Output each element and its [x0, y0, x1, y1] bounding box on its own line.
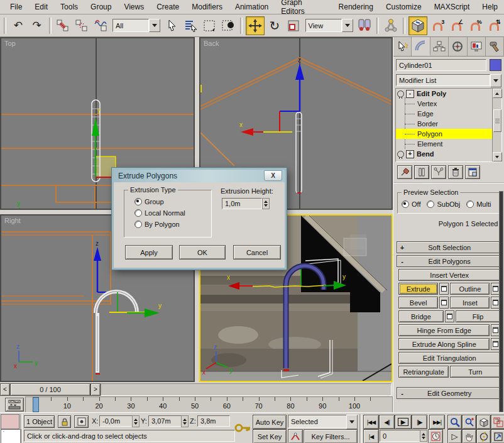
track-bar-ruler[interactable]: 0102030405060708090100: [25, 397, 393, 413]
frame-spinner[interactable]: [420, 430, 427, 442]
bridge-button[interactable]: Bridge: [398, 310, 444, 322]
menu-modifiers[interactable]: Modifiers: [185, 1, 229, 13]
modifier-stack-item-bend[interactable]: +Bend: [396, 149, 492, 159]
preview-off-radio[interactable]: Off: [402, 200, 420, 208]
command-panel-scrollbar[interactable]: [499, 191, 503, 412]
maximize-viewport-toggle-icon[interactable]: [491, 429, 504, 443]
menu-help[interactable]: Help: [476, 1, 504, 13]
retriangulate-button[interactable]: Retriangulate: [398, 366, 449, 378]
remove-modifier-icon[interactable]: [448, 165, 463, 179]
select-and-move-icon[interactable]: [246, 16, 265, 35]
object-color-swatch[interactable]: [490, 59, 501, 71]
go-to-end-button[interactable]: ▶▶|: [429, 415, 445, 429]
select-by-name-icon[interactable]: [182, 17, 200, 35]
next-frame-button[interactable]: ||▶: [412, 415, 427, 429]
tab-utilities[interactable]: [486, 37, 504, 56]
use-pivot-point-center-icon[interactable]: [356, 17, 374, 35]
time-slider-track[interactable]: [101, 383, 392, 396]
viewport-right-label[interactable]: Right: [4, 217, 21, 224]
bevel-button[interactable]: Bevel: [398, 297, 438, 309]
snap-3d-icon[interactable]: 3: [429, 17, 446, 35]
angle-snap-toggle-icon[interactable]: ∠: [447, 17, 465, 35]
object-name-field[interactable]: Cylinder01: [396, 59, 486, 71]
previous-frame-button[interactable]: ◀||: [379, 415, 395, 429]
x-coordinate-field[interactable]: -0,0m: [99, 415, 134, 427]
undo-button[interactable]: ↶: [9, 17, 27, 35]
modifier-list-dropdown[interactable]: Modifier List: [396, 74, 501, 86]
play-animation-button[interactable]: ▶: [395, 415, 412, 429]
show-end-result-icon[interactable]: [414, 165, 429, 179]
modifier-stack-item-element[interactable]: Element: [396, 139, 492, 149]
expand-toggle-icon[interactable]: +: [406, 150, 414, 158]
menu-group[interactable]: Group: [84, 1, 118, 13]
flip-button[interactable]: Flip: [456, 310, 501, 322]
rollout-soft-selection[interactable]: + Soft Selection: [397, 241, 501, 253]
select-and-link-icon[interactable]: [55, 17, 72, 35]
selection-lock-toggle-icon[interactable]: [58, 415, 71, 428]
pan-view-icon[interactable]: [462, 429, 476, 443]
z-coordinate-field[interactable]: 3,8m: [197, 415, 230, 427]
reference-coordinate-dropdown[interactable]: View: [305, 19, 353, 32]
cancel-button[interactable]: Cancel: [233, 245, 281, 260]
unlink-selection-icon[interactable]: [73, 17, 90, 35]
spinner-snap-toggle-icon[interactable]: ⇅: [485, 17, 502, 35]
set-key-button[interactable]: Set Key: [253, 429, 287, 443]
extrusion-type-local-normal-radio[interactable]: Local Normal: [134, 209, 205, 217]
percent-snap-toggle-icon[interactable]: %: [466, 17, 483, 35]
menu-customize[interactable]: Customize: [380, 1, 428, 13]
scroll-thumb[interactable]: [493, 109, 501, 132]
chevron-down-icon[interactable]: [490, 74, 501, 87]
visibility-bulb-icon[interactable]: [397, 151, 404, 158]
viewport-top-label[interactable]: Top: [4, 40, 16, 47]
key-filters-button[interactable]: Key Filters...: [304, 429, 358, 443]
extrusion-type-group-radio[interactable]: Group: [134, 198, 205, 205]
current-frame-field[interactable]: 0: [380, 430, 422, 442]
tab-motion[interactable]: [449, 37, 467, 56]
zoom-extents-all-icon[interactable]: [491, 415, 504, 429]
hinge-from-edge-button[interactable]: Hinge From Edge: [398, 324, 490, 336]
keyboard-shortcut-override-icon[interactable]: [234, 419, 251, 438]
chevron-down-icon[interactable]: [342, 19, 353, 32]
track-bar-frame-thumb[interactable]: [33, 397, 39, 412]
zoom-all-icon[interactable]: [462, 415, 476, 429]
select-and-manipulate-icon[interactable]: [382, 17, 400, 35]
visibility-bulb-icon[interactable]: [397, 90, 404, 97]
chevron-down-icon[interactable]: [149, 19, 160, 32]
zoom-icon[interactable]: [447, 415, 462, 429]
auto-key-button[interactable]: Auto Key: [253, 415, 287, 429]
insert-vertex-button[interactable]: Insert Vertex: [398, 269, 500, 281]
tab-display[interactable]: [468, 37, 486, 56]
extrusion-height-field[interactable]: 1,0m: [222, 198, 262, 209]
rollout-edit-polygons[interactable]: - Edit Polygons: [397, 255, 501, 267]
y-spinner[interactable]: [181, 415, 189, 427]
menu-rendering[interactable]: Rendering: [332, 1, 380, 13]
modifier-stack-item-border[interactable]: Border: [396, 119, 492, 129]
menu-tools[interactable]: Tools: [54, 1, 84, 13]
preview-multi-radio[interactable]: Multi: [466, 200, 491, 208]
menu-file[interactable]: File: [4, 1, 28, 13]
inset-button[interactable]: Inset: [450, 297, 490, 309]
new-key-default-in-out-tangents-icon[interactable]: [288, 429, 303, 443]
menu-animation[interactable]: Animation: [229, 1, 275, 13]
extrude-along-spline-button[interactable]: Extrude Along Spline: [398, 338, 490, 350]
tab-create[interactable]: [393, 37, 412, 56]
settings-dialog-icon[interactable]: [439, 297, 449, 309]
modifier-stack-item-edit-poly[interactable]: -Edit Poly: [396, 89, 492, 99]
modifier-stack-item-vertex[interactable]: Vertex: [396, 99, 492, 109]
modifier-stack-item-edge[interactable]: Edge: [396, 109, 492, 119]
expand-toggle-icon[interactable]: -: [406, 90, 414, 98]
settings-dialog-icon[interactable]: [439, 283, 449, 295]
select-and-scale-icon[interactable]: [285, 17, 302, 35]
dialog-title-bar[interactable]: Extrude Polygons X: [114, 170, 285, 182]
modifier-stack-item-polygon[interactable]: Polygon: [396, 129, 492, 139]
absolute-offset-mode-icon[interactable]: [74, 415, 89, 428]
menu-views[interactable]: Views: [118, 1, 150, 13]
y-coordinate-field[interactable]: 3,07m: [148, 415, 184, 427]
selection-filter-dropdown[interactable]: All: [112, 19, 160, 32]
bind-to-space-warp-icon[interactable]: [92, 17, 109, 35]
select-object-icon[interactable]: [163, 17, 181, 35]
edit-triangulation-button[interactable]: Edit Triangulation: [398, 352, 500, 364]
next-frame-arrow-button[interactable]: >: [90, 383, 101, 396]
extrusion-type-by-polygon-radio[interactable]: By Polygon: [134, 221, 205, 228]
time-configuration-icon[interactable]: [428, 429, 443, 443]
